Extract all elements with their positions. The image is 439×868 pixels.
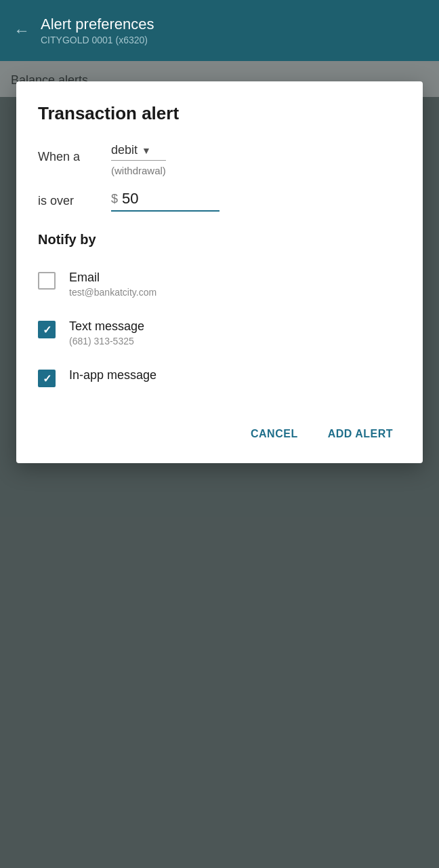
text-message-checkbox[interactable]: ✓	[38, 321, 56, 338]
when-a-row: When a debit ▼ (withdrawal)	[38, 143, 401, 176]
email-detail: test@bankatcity.com	[69, 287, 156, 298]
header-title: Alert preferences	[41, 16, 154, 33]
email-option-text: Email test@bankatcity.com	[69, 271, 156, 298]
text-message-detail: (681) 313-5325	[69, 336, 144, 347]
transaction-type-dropdown-wrapper: debit ▼ (withdrawal)	[111, 143, 166, 176]
in-app-label: In-app message	[69, 368, 156, 382]
notify-option-in-app: ✓ In-app message	[38, 359, 401, 397]
cancel-button[interactable]: CANCEL	[243, 421, 306, 447]
amount-input-wrapper: $	[111, 190, 220, 212]
dialog-actions: CANCEL ADD ALERT	[38, 413, 401, 447]
text-message-option-text: Text message (681) 313-5325	[69, 319, 144, 347]
dropdown-hint: (withdrawal)	[111, 165, 166, 176]
dropdown-value: debit	[111, 143, 138, 157]
is-over-label: is over	[38, 194, 106, 208]
header: ← Alert preferences CITYGOLD 0001 (x6320…	[0, 0, 439, 61]
dialog-title: Transaction alert	[38, 103, 401, 124]
when-a-label: When a	[38, 143, 106, 164]
notify-by-title: Notify by	[38, 232, 401, 248]
notify-option-text-message: ✓ Text message (681) 313-5325	[38, 310, 401, 356]
chevron-down-icon: ▼	[142, 145, 151, 156]
transaction-type-dropdown[interactable]: debit ▼	[111, 143, 166, 161]
in-app-checkbox[interactable]: ✓	[38, 370, 56, 387]
email-label: Email	[69, 271, 156, 285]
checkmark-icon-2: ✓	[43, 372, 51, 385]
text-message-label: Text message	[69, 319, 144, 334]
email-checkbox[interactable]	[38, 272, 56, 290]
transaction-alert-dialog: Transaction alert When a debit ▼ (withdr…	[16, 81, 423, 463]
notify-option-email: Email test@bankatcity.com	[38, 261, 401, 307]
in-app-option-text: In-app message	[69, 368, 156, 382]
page-background: Balance alerts Transaction alert When a …	[0, 61, 439, 868]
notify-options-list: Email test@bankatcity.com ✓ Text message…	[38, 261, 401, 397]
checkmark-icon: ✓	[43, 323, 51, 336]
amount-row: is over $	[38, 190, 401, 212]
back-button[interactable]: ←	[14, 21, 30, 40]
header-text-block: Alert preferences CITYGOLD 0001 (x6320)	[41, 16, 154, 45]
dialog-overlay: Transaction alert When a debit ▼ (withdr…	[0, 61, 439, 868]
header-subtitle: CITYGOLD 0001 (x6320)	[41, 35, 154, 45]
currency-symbol: $	[111, 192, 118, 206]
add-alert-button[interactable]: ADD ALERT	[320, 421, 401, 447]
amount-input[interactable]	[122, 190, 203, 208]
